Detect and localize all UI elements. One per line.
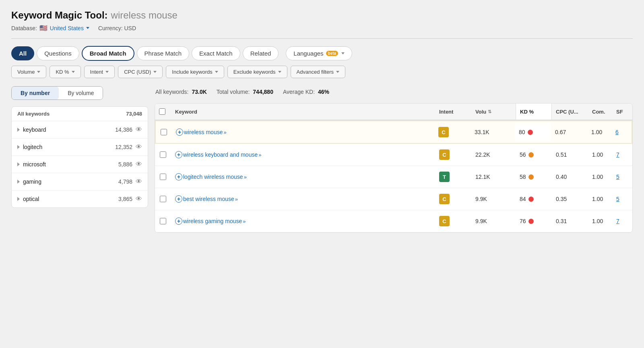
select-all-checkbox[interactable] <box>159 108 165 115</box>
tab-exact-match[interactable]: Exact Match <box>192 46 240 60</box>
tab-all[interactable]: All <box>11 46 34 60</box>
expand-icon[interactable] <box>17 197 20 201</box>
eye-icon[interactable]: 👁 <box>136 126 142 133</box>
th-sf: SF <box>612 104 632 120</box>
add-keyword-icon[interactable]: + <box>175 151 182 158</box>
sidebar-all-keywords-count: 73,048 <box>126 111 142 117</box>
table-row: + wireless gaming mouse » C 9.9K 76 <box>155 210 632 232</box>
expand-icon[interactable] <box>17 180 20 184</box>
sidebar-keyword-name[interactable]: optical <box>23 196 39 202</box>
toggle-by-number[interactable]: By number <box>12 87 59 99</box>
filter-cpc-label: CPC (USD) <box>124 69 151 75</box>
tab-related[interactable]: Related <box>243 46 279 60</box>
filter-advanced-label: Advanced filters <box>297 69 334 75</box>
row-cpc: 0.40 <box>556 174 567 180</box>
expand-icon[interactable] <box>17 162 20 166</box>
add-keyword-icon[interactable]: + <box>175 218 182 225</box>
languages-chevron-icon <box>341 52 345 54</box>
table-area: All keywords: 73.0K Total volume: 744,88… <box>155 86 633 233</box>
filter-cpc[interactable]: CPC (USD) <box>118 66 163 78</box>
page-title-query: wireless mouse <box>111 10 178 21</box>
row-volume-cell: 9.9K <box>471 190 516 208</box>
filter-exclude-keywords[interactable]: Exclude keywords <box>227 66 287 78</box>
include-chevron-icon <box>215 71 218 73</box>
row-cpc: 0.31 <box>556 218 567 224</box>
row-keyword-cell: + wireless keyboard and mouse » <box>171 145 435 164</box>
sort-icon: ⇅ <box>488 109 491 114</box>
row-volume: 9.9K <box>475 218 487 224</box>
row-checkbox-cell <box>156 123 172 141</box>
toggle-by-volume[interactable]: By volume <box>59 87 103 99</box>
th-intent-label: Intent <box>439 109 453 115</box>
row-kd-cell: 56 <box>516 146 552 164</box>
currency-label: Currency: USD <box>98 25 136 31</box>
expand-keyword-icon[interactable]: » <box>235 196 238 202</box>
keyword-link[interactable]: best wireless mouse <box>183 196 234 202</box>
sidebar-keyword-name[interactable]: gaming <box>23 178 41 185</box>
tab-broad-match[interactable]: Broad Match <box>82 46 134 61</box>
row-com: 1.00 <box>592 196 603 202</box>
sidebar-item: optical 3,865 👁 <box>12 191 148 207</box>
row-com-cell: 1.00 <box>588 168 612 186</box>
row-sf-cell: 6 <box>611 123 632 141</box>
row-sf: 6 <box>615 129 619 135</box>
filter-exclude-keywords-label: Exclude keywords <box>233 69 276 75</box>
country-name: United States <box>50 25 84 31</box>
database-label: Database: <box>11 25 37 31</box>
row-cpc: 0.67 <box>555 129 566 135</box>
eye-icon[interactable]: 👁 <box>136 178 142 185</box>
tab-languages[interactable]: Languages beta <box>286 46 352 60</box>
row-checkbox[interactable] <box>161 129 167 135</box>
row-intent-cell: C <box>435 144 471 166</box>
row-com: 1.00 <box>592 174 603 180</box>
add-keyword-icon[interactable]: + <box>175 195 182 203</box>
cpc-chevron-icon <box>153 71 157 73</box>
row-checkbox[interactable] <box>160 151 166 158</box>
row-com: 1.00 <box>592 218 603 224</box>
advanced-chevron-icon <box>336 71 339 73</box>
tab-questions[interactable]: Questions <box>37 46 79 60</box>
keyword-link[interactable]: wireless gaming mouse <box>183 218 242 224</box>
expand-icon[interactable] <box>17 128 20 132</box>
eye-icon[interactable]: 👁 <box>136 161 142 168</box>
filter-kd[interactable]: KD % <box>50 66 80 78</box>
intent-badge: C <box>439 216 450 226</box>
expand-icon[interactable] <box>17 145 20 149</box>
row-checkbox[interactable] <box>160 174 166 180</box>
row-checkbox[interactable] <box>160 218 166 224</box>
sidebar-item: microsoft 5,886 👁 <box>12 156 148 173</box>
sidebar-header: All keywords 73,048 <box>12 107 148 121</box>
table-row: + wireless keyboard and mouse » C 22.2K … <box>155 144 632 166</box>
th-volume[interactable]: Volu ⇅ <box>471 104 516 120</box>
add-keyword-icon[interactable]: + <box>175 173 182 180</box>
row-checkbox[interactable] <box>160 196 166 202</box>
filter-volume[interactable]: Volume <box>11 66 46 78</box>
th-checkbox <box>155 104 171 120</box>
row-cpc-cell: 0.31 <box>552 212 588 230</box>
keyword-link[interactable]: wireless mouse <box>184 129 223 135</box>
expand-keyword-icon[interactable]: » <box>258 152 261 158</box>
country-selector[interactable]: United States <box>50 25 89 31</box>
expand-keyword-icon[interactable]: » <box>243 218 246 224</box>
expand-keyword-icon[interactable]: » <box>244 174 247 180</box>
keyword-link[interactable]: logitech wireless mouse <box>183 174 243 180</box>
sidebar-keyword-name[interactable]: logitech <box>23 144 42 150</box>
row-volume: 9.9K <box>475 196 487 202</box>
row-cpc-cell: 0.40 <box>552 168 588 186</box>
filter-include-keywords[interactable]: Include keywords <box>166 66 224 78</box>
filter-intent[interactable]: Intent <box>84 66 115 78</box>
sidebar-keyword-name[interactable]: keyboard <box>23 126 46 133</box>
tab-phrase-match[interactable]: Phrase Match <box>137 46 190 60</box>
filter-advanced[interactable]: Advanced filters <box>291 66 346 78</box>
row-cpc-cell: 0.35 <box>552 190 588 208</box>
eye-icon[interactable]: 👁 <box>136 195 142 203</box>
sidebar-keyword-name[interactable]: microsoft <box>23 161 46 168</box>
expand-keyword-icon[interactable]: » <box>223 129 226 135</box>
eye-icon[interactable]: 👁 <box>136 143 142 151</box>
total-volume-value: 744,880 <box>253 89 273 95</box>
keyword-link[interactable]: wireless keyboard and mouse <box>183 151 258 158</box>
sidebar-keyword-count: 5,886 <box>118 161 132 168</box>
th-volume-label: Volu <box>475 109 486 115</box>
add-keyword-icon[interactable]: + <box>176 128 183 136</box>
row-intent-cell: C <box>434 121 471 143</box>
